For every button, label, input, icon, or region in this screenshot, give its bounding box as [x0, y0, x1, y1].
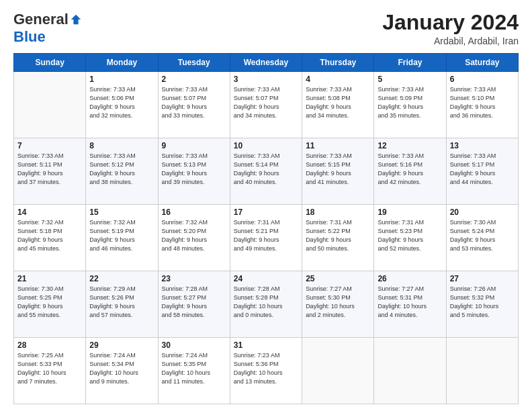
calendar-cell: 8Sunrise: 7:33 AMSunset: 5:12 PMDaylight… — [86, 138, 158, 205]
day-info: Sunrise: 7:29 AMSunset: 5:26 PMDaylight:… — [89, 285, 154, 320]
day-info: Sunrise: 7:26 AMSunset: 5:32 PMDaylight:… — [450, 285, 515, 320]
day-number: 20 — [450, 208, 515, 217]
day-number: 15 — [89, 208, 154, 217]
day-info: Sunrise: 7:33 AMSunset: 5:07 PMDaylight:… — [162, 85, 226, 120]
day-number: 19 — [378, 208, 442, 217]
calendar-cell: 4Sunrise: 7:33 AMSunset: 5:08 PMDaylight… — [302, 72, 374, 138]
day-number: 29 — [89, 340, 154, 350]
calendar-cell: 17Sunrise: 7:31 AMSunset: 5:21 PMDayligh… — [230, 205, 302, 271]
calendar-cell: 19Sunrise: 7:31 AMSunset: 5:23 PMDayligh… — [374, 205, 446, 271]
calendar-cell: 27Sunrise: 7:26 AMSunset: 5:32 PMDayligh… — [446, 271, 518, 338]
day-number: 28 — [17, 340, 82, 350]
calendar-cell: 20Sunrise: 7:30 AMSunset: 5:24 PMDayligh… — [446, 205, 518, 271]
day-number: 3 — [234, 75, 298, 84]
day-number: 8 — [89, 141, 154, 150]
day-number: 10 — [234, 141, 298, 150]
calendar-cell: 5Sunrise: 7:33 AMSunset: 5:09 PMDaylight… — [374, 72, 446, 138]
day-info: Sunrise: 7:25 AMSunset: 5:33 PMDaylight:… — [17, 351, 82, 386]
day-info: Sunrise: 7:33 AMSunset: 5:11 PMDaylight:… — [17, 152, 82, 187]
day-number: 17 — [234, 208, 298, 217]
weekday-header-row: SundayMondayTuesdayWednesdayThursdayFrid… — [14, 54, 519, 72]
day-info: Sunrise: 7:24 AMSunset: 5:34 PMDaylight:… — [89, 351, 154, 386]
day-number: 9 — [162, 141, 226, 150]
calendar-cell: 11Sunrise: 7:33 AMSunset: 5:15 PMDayligh… — [302, 138, 374, 205]
day-number: 24 — [234, 274, 298, 283]
calendar-cell — [374, 338, 446, 404]
calendar-cell — [14, 72, 86, 138]
weekday-header: Monday — [86, 54, 158, 72]
calendar-week-row: 7Sunrise: 7:33 AMSunset: 5:11 PMDaylight… — [14, 138, 519, 205]
calendar-cell: 31Sunrise: 7:23 AMSunset: 5:36 PMDayligh… — [230, 338, 302, 404]
day-number: 25 — [306, 274, 370, 283]
day-number: 6 — [450, 75, 515, 84]
logo-general: General — [13, 11, 69, 28]
logo-icon — [70, 13, 82, 26]
calendar-cell: 25Sunrise: 7:27 AMSunset: 5:30 PMDayligh… — [302, 271, 374, 338]
day-number: 27 — [450, 274, 515, 283]
calendar-cell: 18Sunrise: 7:31 AMSunset: 5:22 PMDayligh… — [302, 205, 374, 271]
day-number: 12 — [378, 141, 442, 150]
calendar-cell: 30Sunrise: 7:24 AMSunset: 5:35 PMDayligh… — [158, 338, 230, 404]
day-number: 22 — [89, 274, 154, 283]
calendar-table: SundayMondayTuesdayWednesdayThursdayFrid… — [13, 53, 519, 404]
day-number: 4 — [306, 75, 370, 84]
day-info: Sunrise: 7:33 AMSunset: 5:14 PMDaylight:… — [234, 152, 298, 187]
calendar-cell: 22Sunrise: 7:29 AMSunset: 5:26 PMDayligh… — [86, 271, 158, 338]
calendar-cell: 6Sunrise: 7:33 AMSunset: 5:10 PMDaylight… — [446, 72, 518, 138]
calendar-week-row: 28Sunrise: 7:25 AMSunset: 5:33 PMDayligh… — [14, 338, 519, 404]
day-number: 23 — [162, 274, 226, 283]
weekday-header: Thursday — [302, 54, 374, 72]
calendar-cell: 26Sunrise: 7:27 AMSunset: 5:31 PMDayligh… — [374, 271, 446, 338]
day-info: Sunrise: 7:23 AMSunset: 5:36 PMDaylight:… — [234, 351, 298, 386]
day-info: Sunrise: 7:33 AMSunset: 5:16 PMDaylight:… — [378, 152, 442, 187]
calendar-week-row: 14Sunrise: 7:32 AMSunset: 5:18 PMDayligh… — [14, 205, 519, 271]
day-number: 14 — [17, 208, 82, 217]
day-number: 16 — [162, 208, 226, 217]
day-number: 7 — [17, 141, 82, 150]
day-info: Sunrise: 7:24 AMSunset: 5:35 PMDaylight:… — [162, 351, 226, 386]
calendar-cell: 28Sunrise: 7:25 AMSunset: 5:33 PMDayligh… — [14, 338, 86, 404]
weekday-header: Saturday — [446, 54, 518, 72]
calendar-week-row: 1Sunrise: 7:33 AMSunset: 5:06 PMDaylight… — [14, 72, 519, 138]
day-number: 2 — [162, 75, 226, 84]
title-block: January 2024 Ardabil, Ardabil, Iran — [382, 11, 519, 46]
day-info: Sunrise: 7:32 AMSunset: 5:20 PMDaylight:… — [162, 218, 226, 253]
day-number: 21 — [17, 274, 82, 283]
day-info: Sunrise: 7:33 AMSunset: 5:09 PMDaylight:… — [378, 85, 442, 120]
day-number: 11 — [306, 141, 370, 150]
day-number: 13 — [450, 141, 515, 150]
logo-blue: Blue — [13, 28, 46, 45]
weekday-header: Friday — [374, 54, 446, 72]
day-info: Sunrise: 7:31 AMSunset: 5:21 PMDaylight:… — [234, 218, 298, 253]
day-number: 31 — [234, 340, 298, 350]
day-info: Sunrise: 7:33 AMSunset: 5:07 PMDaylight:… — [234, 85, 298, 120]
calendar-cell: 16Sunrise: 7:32 AMSunset: 5:20 PMDayligh… — [158, 205, 230, 271]
day-info: Sunrise: 7:28 AMSunset: 5:28 PMDaylight:… — [234, 285, 298, 320]
calendar-cell: 1Sunrise: 7:33 AMSunset: 5:06 PMDaylight… — [86, 72, 158, 138]
day-number: 5 — [378, 75, 442, 84]
calendar-cell: 12Sunrise: 7:33 AMSunset: 5:16 PMDayligh… — [374, 138, 446, 205]
day-info: Sunrise: 7:30 AMSunset: 5:24 PMDaylight:… — [450, 218, 515, 253]
calendar-cell: 13Sunrise: 7:33 AMSunset: 5:17 PMDayligh… — [446, 138, 518, 205]
calendar-cell: 24Sunrise: 7:28 AMSunset: 5:28 PMDayligh… — [230, 271, 302, 338]
day-info: Sunrise: 7:32 AMSunset: 5:18 PMDaylight:… — [17, 218, 82, 253]
weekday-header: Tuesday — [158, 54, 230, 72]
calendar-cell: 21Sunrise: 7:30 AMSunset: 5:25 PMDayligh… — [14, 271, 86, 338]
calendar-cell: 2Sunrise: 7:33 AMSunset: 5:07 PMDaylight… — [158, 72, 230, 138]
calendar-cell: 15Sunrise: 7:32 AMSunset: 5:19 PMDayligh… — [86, 205, 158, 271]
calendar-cell: 10Sunrise: 7:33 AMSunset: 5:14 PMDayligh… — [230, 138, 302, 205]
day-info: Sunrise: 7:33 AMSunset: 5:13 PMDaylight:… — [162, 152, 226, 187]
day-info: Sunrise: 7:33 AMSunset: 5:17 PMDaylight:… — [450, 152, 515, 187]
day-info: Sunrise: 7:27 AMSunset: 5:31 PMDaylight:… — [378, 285, 442, 320]
calendar-cell: 3Sunrise: 7:33 AMSunset: 5:07 PMDaylight… — [230, 72, 302, 138]
day-number: 30 — [162, 340, 226, 350]
day-number: 18 — [306, 208, 370, 217]
day-info: Sunrise: 7:33 AMSunset: 5:06 PMDaylight:… — [89, 85, 154, 120]
day-info: Sunrise: 7:33 AMSunset: 5:08 PMDaylight:… — [306, 85, 370, 120]
day-info: Sunrise: 7:28 AMSunset: 5:27 PMDaylight:… — [162, 285, 226, 320]
calendar-cell: 23Sunrise: 7:28 AMSunset: 5:27 PMDayligh… — [158, 271, 230, 338]
calendar-cell — [302, 338, 374, 404]
month-title: January 2024 — [382, 11, 519, 34]
day-info: Sunrise: 7:30 AMSunset: 5:25 PMDaylight:… — [17, 285, 82, 320]
day-number: 26 — [378, 274, 442, 283]
